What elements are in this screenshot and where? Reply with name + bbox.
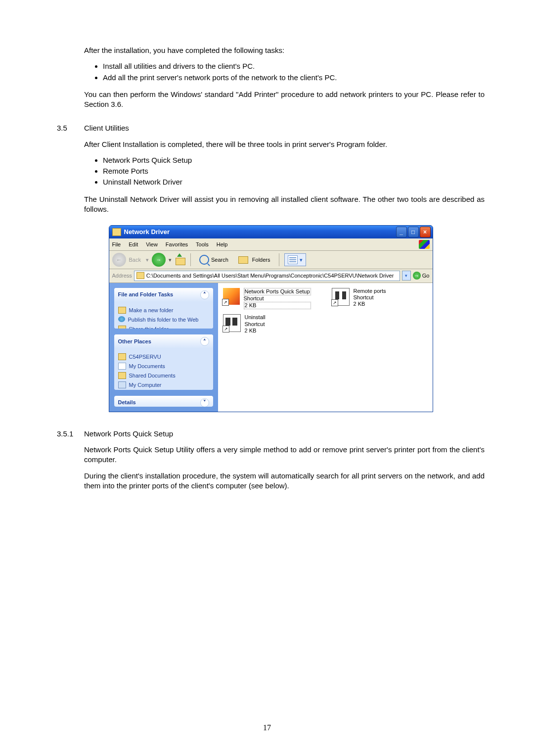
globe-icon bbox=[118, 316, 125, 322]
page-number: 17 bbox=[0, 723, 534, 732]
folders-button[interactable]: Folders bbox=[235, 254, 274, 266]
place-c54pservu[interactable]: C54PSERVU bbox=[118, 353, 209, 361]
panel-title: Details bbox=[118, 399, 136, 406]
back-label: Back bbox=[129, 256, 141, 264]
back-button[interactable]: ← bbox=[112, 253, 126, 267]
other-places-panel: Other Places ˄ C54PSERVU My Documents Sh… bbox=[114, 334, 213, 390]
search-button[interactable]: Search bbox=[196, 253, 232, 267]
file-size: 2 KB bbox=[244, 302, 311, 309]
go-icon: → bbox=[413, 272, 421, 280]
search-label: Search bbox=[211, 256, 228, 264]
shortcut-arrow-icon: ↗ bbox=[222, 299, 229, 306]
file-item-npqs[interactable]: ↗ Network Ports Quick Setup Shortcut 2 K… bbox=[223, 288, 312, 310]
section-3-5-1-p1: Network Ports Quick Setup Utility offers… bbox=[84, 445, 485, 465]
intro-bullet: Install all utilities and drivers to the… bbox=[103, 61, 485, 71]
list-item: Remote Ports bbox=[103, 166, 485, 176]
file-type: Shortcut bbox=[354, 294, 386, 301]
chevron-up-icon: ˄ bbox=[200, 337, 209, 346]
address-field[interactable]: C:\Documents and Settings\All Users\Star… bbox=[134, 271, 400, 281]
minimize-button[interactable]: _ bbox=[396, 227, 407, 237]
menu-bar: File Edit View Favorites Tools Help bbox=[109, 238, 433, 251]
go-button[interactable]: → Go bbox=[413, 272, 430, 280]
shortcut-arrow-icon: ↗ bbox=[222, 326, 229, 332]
address-label: Address bbox=[112, 272, 132, 280]
file-type: Shortcut bbox=[244, 295, 311, 302]
file-name: Uninstall bbox=[245, 314, 266, 321]
intro-bullet: Add all the print server's network ports… bbox=[103, 73, 485, 83]
folder-icon bbox=[118, 353, 126, 360]
file-item-remote-ports[interactable]: ↗ Remote ports Shortcut 2 KB bbox=[332, 288, 421, 308]
address-bar: Address C:\Documents and Settings\All Us… bbox=[109, 269, 433, 283]
address-path: C:\Documents and Settings\All Users\Star… bbox=[146, 272, 394, 280]
shortcut-arrow-icon: ↗ bbox=[331, 299, 338, 306]
shortcut-icon: ↗ bbox=[332, 288, 350, 306]
panel-title: Other Places bbox=[118, 338, 151, 345]
file-size: 2 KB bbox=[245, 328, 266, 334]
file-item-uninstall[interactable]: ↗ Uninstall Shortcut 2 KB bbox=[223, 314, 312, 334]
windows-flag-icon bbox=[419, 240, 430, 249]
new-folder-icon bbox=[118, 307, 126, 314]
up-button[interactable] bbox=[175, 254, 185, 265]
file-name: Network Ports Quick Setup bbox=[244, 288, 311, 295]
views-button[interactable]: ▾ bbox=[284, 253, 306, 266]
file-list-area: ↗ Network Ports Quick Setup Shortcut 2 K… bbox=[218, 283, 433, 412]
list-item: Uninstall Network Driver bbox=[103, 177, 485, 187]
search-icon bbox=[199, 255, 209, 265]
menu-edit[interactable]: Edit bbox=[129, 241, 138, 248]
file-name: Remote ports bbox=[354, 288, 386, 294]
place-shared-documents[interactable]: Shared Documents bbox=[118, 372, 209, 379]
folder-icon bbox=[118, 372, 126, 379]
explorer-window: Network Driver _ □ × File Edit View Favo… bbox=[109, 225, 433, 412]
address-dropdown[interactable]: ▾ bbox=[402, 271, 411, 281]
share-folder-icon bbox=[118, 326, 126, 329]
file-type: Shortcut bbox=[245, 321, 266, 328]
place-my-computer[interactable]: My Computer bbox=[118, 381, 209, 389]
place-my-documents[interactable]: My Documents bbox=[118, 363, 209, 370]
panel-header[interactable]: Details ˅ bbox=[114, 396, 213, 407]
section-3-5-bullets: Network Ports Quick Setup Remote Ports U… bbox=[93, 155, 485, 188]
menu-file[interactable]: File bbox=[112, 241, 121, 248]
section-3-5-p1: After Client Installation is completed, … bbox=[84, 140, 485, 149]
maximize-button[interactable]: □ bbox=[408, 227, 419, 237]
subsection-heading-3-5-1: 3.5.1 Network Ports Quick Setup bbox=[57, 429, 485, 439]
folder-icon bbox=[112, 228, 121, 236]
task-publish-folder[interactable]: Publish this folder to the Web bbox=[118, 316, 209, 324]
menu-favorites[interactable]: Favorites bbox=[166, 241, 188, 248]
section-number: 3.5 bbox=[57, 123, 84, 133]
folder-icon bbox=[136, 272, 144, 279]
forward-button[interactable]: → bbox=[152, 253, 166, 267]
views-icon bbox=[288, 255, 298, 264]
chevron-down-icon: ˅ bbox=[200, 398, 209, 407]
window-title: Network Driver bbox=[124, 228, 396, 236]
subsection-title: Network Ports Quick Setup bbox=[84, 429, 173, 439]
folder-icon bbox=[238, 256, 248, 264]
section-heading-3-5: 3.5 Client Utilities bbox=[57, 123, 485, 133]
details-panel: Details ˅ bbox=[114, 396, 213, 407]
tasks-pane: File and Folder Tasks ˄ Make a new folde… bbox=[109, 283, 218, 412]
chevron-up-icon: ˄ bbox=[200, 290, 209, 299]
folders-label: Folders bbox=[252, 256, 270, 264]
shortcut-icon: ↗ bbox=[223, 288, 240, 305]
list-item: Network Ports Quick Setup bbox=[103, 155, 485, 165]
computer-icon bbox=[118, 381, 126, 388]
intro-bullets: Install all utilities and drivers to the… bbox=[93, 61, 485, 83]
close-button[interactable]: × bbox=[420, 227, 431, 237]
documents-icon bbox=[118, 363, 126, 370]
panel-header[interactable]: Other Places ˄ bbox=[114, 334, 213, 348]
panel-header[interactable]: File and Folder Tasks ˄ bbox=[114, 288, 213, 302]
go-label: Go bbox=[422, 272, 430, 280]
section-3-5-1-p2: During the client's installation procedu… bbox=[84, 471, 485, 491]
shortcut-icon: ↗ bbox=[223, 314, 241, 332]
task-share-folder[interactable]: Share this folder bbox=[118, 326, 209, 329]
file-folder-tasks-panel: File and Folder Tasks ˄ Make a new folde… bbox=[114, 288, 213, 329]
toolbar: ← Back ▾ → ▾ Search Folders ▾ bbox=[109, 251, 433, 269]
window-titlebar[interactable]: Network Driver _ □ × bbox=[109, 226, 433, 238]
task-make-new-folder[interactable]: Make a new folder bbox=[118, 307, 209, 314]
section-title: Client Utilities bbox=[84, 123, 129, 133]
section-3-5-p2: The Uninstall Network Driver will assist… bbox=[84, 194, 485, 215]
menu-help[interactable]: Help bbox=[217, 241, 228, 248]
intro-after: You can then perform the Windows' standa… bbox=[84, 90, 485, 110]
file-size: 2 KB bbox=[354, 301, 386, 307]
menu-view[interactable]: View bbox=[146, 241, 158, 248]
menu-tools[interactable]: Tools bbox=[196, 241, 209, 248]
